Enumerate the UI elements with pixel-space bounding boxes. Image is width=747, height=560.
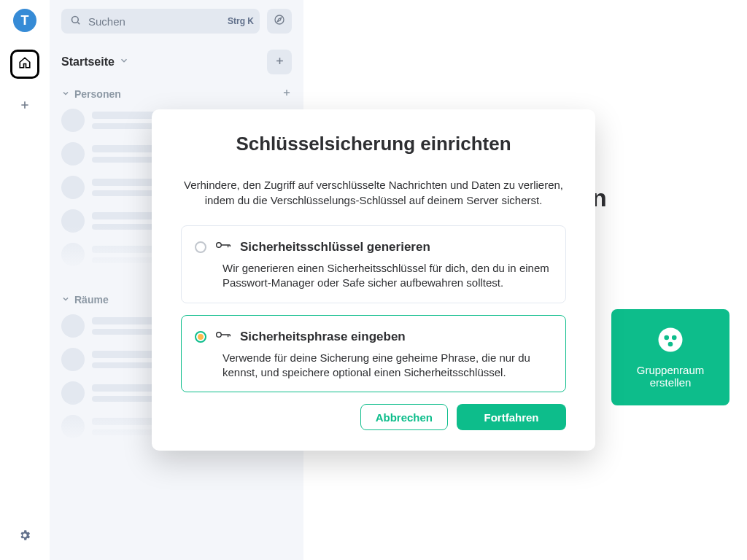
button-label: Fortfahren (484, 411, 539, 424)
option-body: Verwende für deine Sicherung eine geheim… (195, 351, 552, 381)
radio-enter-phrase[interactable] (195, 331, 206, 343)
modal-description: Verhindere, den Zugriff auf verschlüssel… (181, 177, 566, 208)
option-title: Sicherheitsphrase eingeben (240, 330, 406, 344)
key-icon (215, 329, 231, 345)
option-generate-key[interactable]: Sicherheitsschlüssel generieren Wir gene… (181, 225, 566, 303)
option-title: Sicherheitsschlüssel generieren (240, 240, 430, 254)
button-label: Abbrechen (376, 411, 433, 424)
continue-button[interactable]: Fortfahren (457, 404, 566, 430)
svg-point-6 (217, 243, 222, 248)
cancel-button[interactable]: Abbrechen (360, 404, 448, 430)
svg-point-7 (217, 332, 222, 337)
modal-title: Schlüsselsicherung einrichten (181, 133, 566, 155)
key-backup-modal: Schlüsselsicherung einrichten Verhindere… (152, 109, 595, 451)
option-body: Wir generieren einen Sicherheitsschlüsse… (195, 261, 552, 291)
option-enter-phrase[interactable]: Sicherheitsphrase eingeben Verwende für … (181, 315, 566, 393)
modal-backdrop: Schlüsselsicherung einrichten Verhindere… (0, 0, 747, 560)
radio-generate-key[interactable] (195, 241, 206, 253)
key-icon (215, 239, 231, 255)
